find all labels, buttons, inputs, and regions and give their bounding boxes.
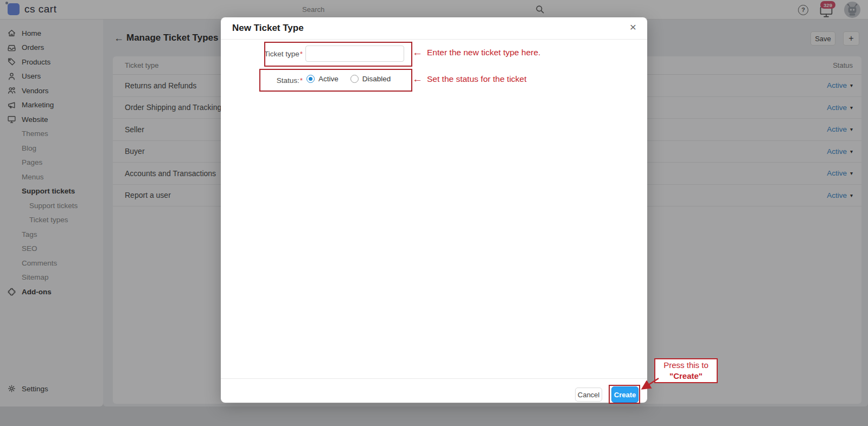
close-icon[interactable]: × <box>630 21 636 33</box>
cancel-button[interactable]: Cancel <box>575 388 602 402</box>
annotation-text: Set the status for the ticket <box>427 74 527 84</box>
diagonal-arrow-icon <box>636 375 663 392</box>
modal-header: New Ticket Type × <box>221 17 647 40</box>
annotation-box-ticket-type <box>264 42 412 67</box>
annotation-box-status <box>259 69 412 92</box>
annotation-text-line2: "Create" <box>655 371 717 382</box>
left-arrow-icon: ← <box>412 47 423 57</box>
left-arrow-icon: ← <box>412 74 423 84</box>
annotation-text: Enter the new ticket type here. <box>427 48 540 57</box>
annotation-note-status: ← Set the status for the ticket <box>412 74 527 84</box>
modal-title: New Ticket Type <box>232 23 304 34</box>
annotation-note-ticket-type: ← Enter the new ticket type here. <box>412 47 540 57</box>
annotation-press-create: Press this to "Create" <box>654 358 718 383</box>
annotation-text-line1: Press this to <box>655 360 717 371</box>
